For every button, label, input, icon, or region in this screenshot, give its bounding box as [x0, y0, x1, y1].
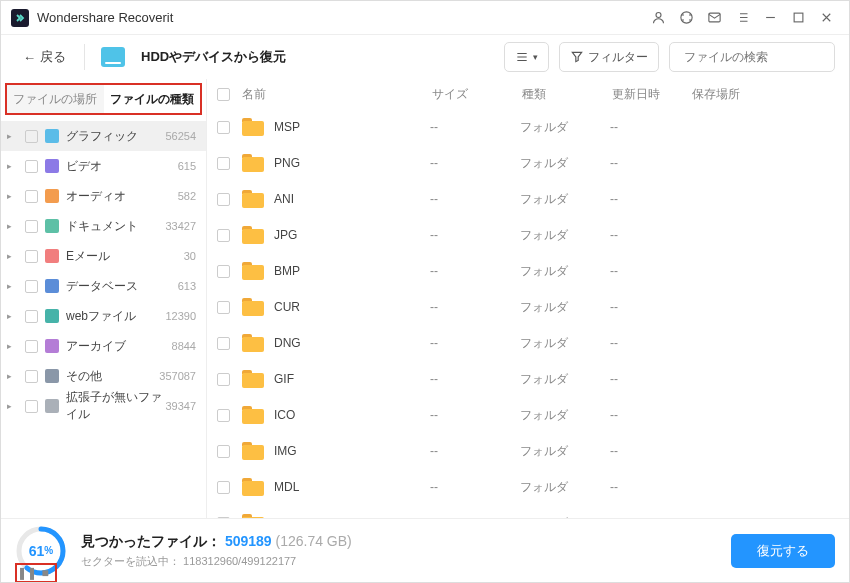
pause-icon[interactable]: ❚❚ — [20, 566, 34, 580]
mail-icon[interactable] — [701, 5, 727, 31]
maximize-icon[interactable] — [785, 5, 811, 31]
file-row[interactable]: JPG--フォルダ-- — [207, 217, 849, 253]
category-checkbox[interactable] — [25, 370, 38, 383]
row-checkbox[interactable] — [217, 265, 230, 278]
expand-icon[interactable]: ▸ — [7, 281, 19, 291]
support-icon[interactable] — [673, 5, 699, 31]
file-row[interactable]: GIF--フォルダ-- — [207, 361, 849, 397]
category-item[interactable]: ▸ドキュメント33427 — [1, 211, 206, 241]
expand-icon[interactable]: ▸ — [7, 311, 19, 321]
header-size[interactable]: サイズ — [432, 86, 522, 103]
category-count: 615 — [178, 160, 196, 172]
search-input[interactable] — [669, 42, 835, 72]
header-name[interactable]: 名前 — [242, 86, 432, 103]
expand-icon[interactable]: ▸ — [7, 161, 19, 171]
stop-icon[interactable]: ■ — [38, 566, 52, 580]
expand-icon[interactable]: ▸ — [7, 371, 19, 381]
category-item[interactable]: ▸webファイル12390 — [1, 301, 206, 331]
file-name: GIF — [274, 372, 430, 386]
minimize-icon[interactable] — [757, 5, 783, 31]
row-checkbox[interactable] — [217, 193, 230, 206]
expand-icon[interactable]: ▸ — [7, 251, 19, 261]
svg-rect-3 — [794, 13, 803, 22]
row-checkbox[interactable] — [217, 373, 230, 386]
close-icon[interactable] — [813, 5, 839, 31]
row-checkbox[interactable] — [217, 409, 230, 422]
category-item[interactable]: ▸Eメール30 — [1, 241, 206, 271]
file-type: フォルダ — [520, 299, 610, 316]
tab-file-location[interactable]: ファイルの場所 — [7, 85, 104, 113]
list-icon[interactable] — [729, 5, 755, 31]
category-item[interactable]: ▸拡張子が無いファイル39347 — [1, 391, 206, 421]
svg-point-1 — [680, 12, 691, 23]
category-item[interactable]: ▸グラフィック56254 — [1, 121, 206, 151]
row-checkbox[interactable] — [217, 481, 230, 494]
row-checkbox[interactable] — [217, 337, 230, 350]
file-row[interactable]: ANI--フォルダ-- — [207, 181, 849, 217]
arrow-left-icon: ← — [23, 50, 36, 65]
view-mode-button[interactable]: ▾ — [504, 42, 549, 72]
select-all-checkbox[interactable] — [217, 88, 230, 101]
category-icon — [44, 338, 60, 354]
file-row[interactable]: RAW--フォルダ-- — [207, 505, 849, 518]
category-checkbox[interactable] — [25, 160, 38, 173]
category-icon — [44, 188, 60, 204]
row-checkbox[interactable] — [217, 121, 230, 134]
expand-icon[interactable]: ▸ — [7, 221, 19, 231]
category-item[interactable]: ▸オーディオ582 — [1, 181, 206, 211]
file-row[interactable]: PNG--フォルダ-- — [207, 145, 849, 181]
category-name: Eメール — [66, 248, 184, 265]
category-checkbox[interactable] — [25, 340, 38, 353]
category-checkbox[interactable] — [25, 130, 38, 143]
file-row[interactable]: MDL--フォルダ-- — [207, 469, 849, 505]
folder-icon — [242, 118, 264, 136]
expand-icon[interactable]: ▸ — [7, 341, 19, 351]
row-checkbox[interactable] — [217, 157, 230, 170]
header-type[interactable]: 種類 — [522, 86, 612, 103]
toolbar-title: HDDやデバイスから復元 — [141, 48, 286, 66]
file-row[interactable]: CUR--フォルダ-- — [207, 289, 849, 325]
category-item[interactable]: ▸ビデオ615 — [1, 151, 206, 181]
file-row[interactable]: DNG--フォルダ-- — [207, 325, 849, 361]
file-row[interactable]: ICO--フォルダ-- — [207, 397, 849, 433]
category-checkbox[interactable] — [25, 280, 38, 293]
header-location[interactable]: 保存場所 — [692, 86, 839, 103]
category-checkbox[interactable] — [25, 400, 38, 413]
header-date[interactable]: 更新日時 — [612, 86, 692, 103]
category-checkbox[interactable] — [25, 250, 38, 263]
expand-icon[interactable]: ▸ — [7, 191, 19, 201]
file-row[interactable]: MSP--フォルダ-- — [207, 109, 849, 145]
row-checkbox[interactable] — [217, 229, 230, 242]
filter-label: フィルター — [588, 49, 648, 66]
category-item[interactable]: ▸その他357087 — [1, 361, 206, 391]
file-name: IMG — [274, 444, 430, 458]
file-row[interactable]: BMP--フォルダ-- — [207, 253, 849, 289]
file-size: -- — [430, 372, 520, 386]
category-item[interactable]: ▸データベース613 — [1, 271, 206, 301]
file-name: BMP — [274, 264, 430, 278]
file-date: -- — [610, 192, 690, 206]
file-name: MDL — [274, 480, 430, 494]
expand-icon[interactable]: ▸ — [7, 401, 19, 411]
category-icon — [44, 128, 60, 144]
file-type: フォルダ — [520, 479, 610, 496]
search-field[interactable] — [684, 50, 834, 64]
recover-button[interactable]: 復元する — [731, 534, 835, 568]
row-checkbox[interactable] — [217, 301, 230, 314]
file-date: -- — [610, 408, 690, 422]
file-row[interactable]: IMG--フォルダ-- — [207, 433, 849, 469]
expand-icon[interactable]: ▸ — [7, 131, 19, 141]
tab-file-type[interactable]: ファイルの種類 — [104, 85, 201, 113]
category-item[interactable]: ▸アーカイブ8844 — [1, 331, 206, 361]
filter-button[interactable]: フィルター — [559, 42, 659, 72]
category-checkbox[interactable] — [25, 190, 38, 203]
file-type: フォルダ — [520, 263, 610, 280]
file-name: ICO — [274, 408, 430, 422]
user-icon[interactable] — [645, 5, 671, 31]
category-checkbox[interactable] — [25, 220, 38, 233]
file-type: フォルダ — [520, 119, 610, 136]
file-date: -- — [610, 264, 690, 278]
row-checkbox[interactable] — [217, 445, 230, 458]
category-checkbox[interactable] — [25, 310, 38, 323]
back-button[interactable]: ← 戻る — [15, 43, 74, 71]
